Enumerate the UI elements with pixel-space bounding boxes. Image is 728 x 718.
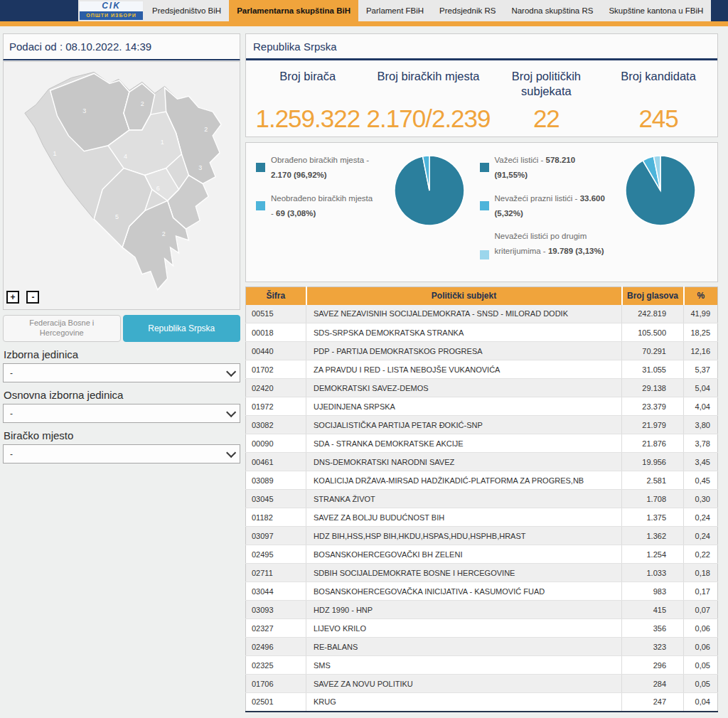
column-header-[interactable]: % <box>684 287 718 305</box>
cell-politicki-subjekt: SMS <box>306 656 622 675</box>
table-row[interactable]: 02327LIJEVO KRILO3560,06 <box>246 619 718 638</box>
nav-tab-narodna-skup-tina-rs[interactable]: Narodna skupština RS <box>503 0 601 21</box>
table-row[interactable]: 00018SDS-SRPSKA DEMOKRATSKA STRANKA105.5… <box>246 323 718 342</box>
cell-broj-glasova: 983 <box>622 582 684 601</box>
table-row[interactable]: 02711SDBIH SOCIJALDEMOKRATE BOSNE I HERC… <box>246 564 718 582</box>
entity-tab-republika-srpska[interactable]: Republika Srpska <box>123 315 241 342</box>
cell-percent: 0,24 <box>684 527 718 545</box>
pie-chart-svg <box>624 154 697 227</box>
filter-dropdown-bira-ko-mjesto[interactable]: - <box>3 444 240 464</box>
map-zoom-out-button[interactable]: - <box>26 291 39 304</box>
cell-broj-glasova: 415 <box>622 601 684 619</box>
nav-tabs: Predsjedništvo BiHParlamentarna skupštin… <box>144 0 711 21</box>
legend-color-swatch <box>480 250 489 259</box>
filter-selected-value: - <box>10 409 13 419</box>
cell-politicki-subjekt: ZA PRAVDU I RED - LISTA NEBOJŠE VUKANOVI… <box>306 360 622 379</box>
cell-broj-glasova: 105.500 <box>622 323 684 342</box>
cell-sifra: 01706 <box>246 675 306 693</box>
table-row[interactable]: 02420DEMOKRATSKI SAVEZ-DEMOS29.1385,04 <box>246 379 718 397</box>
nav-tab-parlamentarna-skup-tina-bih[interactable]: Parlamentarna skupština BiH <box>229 0 358 21</box>
column-header-broj-glasova[interactable]: Broj glasova <box>622 287 684 305</box>
cell-percent: 18,25 <box>684 323 718 342</box>
filter-label: Biračko mjesto <box>4 429 240 441</box>
pie-legend-2: Važeći listići - 578.210 (91,55%)Nevažeć… <box>480 153 606 282</box>
table-row[interactable]: 03045STRANKA ŽIVOT1.7080,30 <box>246 490 718 508</box>
legend-color-swatch <box>256 163 265 172</box>
legend-color-swatch <box>480 201 489 210</box>
filter-dropdown-osnovna-izborna-jedinica[interactable]: - <box>3 404 240 423</box>
nav-tab-predsjedni-tvo-bih[interactable]: Predsjedništvo BiH <box>144 0 229 21</box>
table-row[interactable]: 03089KOALICIJA DRŽAVA-MIRSAD HADŽIKADIĆ-… <box>246 471 718 490</box>
column-header-politi-ki-subjekt[interactable]: Politički subjekt <box>306 287 622 305</box>
entity-tab-federacija-bosne-i-hercegovine[interactable]: Federacija Bosne i Hercegovine <box>3 315 121 342</box>
bih-map[interactable]: 3 2 1 2 3 1 4 6 5 2 <box>4 62 237 306</box>
cell-politicki-subjekt: KOALICIJA DRŽAVA-MIRSAD HADŽIKADIĆ-PLATF… <box>306 471 622 490</box>
cell-politicki-subjekt: BOSANSKOHERCEGOVAČKA INICIJATIVA - KASUM… <box>306 582 622 601</box>
map-zoom-in-button[interactable]: + <box>6 291 19 304</box>
table-row[interactable]: 00440PDP - PARTIJA DEMOKRATSKOG PROGRESA… <box>246 342 718 360</box>
cell-sifra: 03082 <box>246 416 306 434</box>
cell-sifra: 02501 <box>246 693 306 712</box>
sidebar: Podaci od : 08.10.2022. 14:39 3 2 1 2 3 … <box>3 33 240 464</box>
nav-tab-predsjednik-rs[interactable]: Predsjednik RS <box>432 0 503 21</box>
nav-tab-parlament-fbih[interactable]: Parlament FBiH <box>358 0 432 21</box>
cell-sifra: 01702 <box>246 360 306 379</box>
cell-broj-glasova: 23.379 <box>622 397 684 416</box>
table-row[interactable]: 01182SAVEZ ZA BOLJU BUDUĆNOST BIH1.3750,… <box>246 508 718 527</box>
cik-logo[interactable]: CIK ОПШТИ ИЗБОРИ <box>78 0 144 21</box>
pie-chart-2 <box>611 153 711 282</box>
table-row[interactable]: 00090SDA - STRANKA DEMOKRATSKE AKCIJE21.… <box>246 434 718 453</box>
data-timestamp: Podaci od : 08.10.2022. 14:39 <box>9 41 234 53</box>
legend-item: Obrađeno biračkih mjesta - 2.170 (96,92%… <box>256 153 375 183</box>
cell-sifra: 03097 <box>246 527 306 545</box>
table-row[interactable]: 03093HDZ 1990 - HNP4150,07 <box>246 601 718 619</box>
cell-percent: 3,45 <box>684 453 718 471</box>
column-header-ifra[interactable]: Šifra <box>246 287 306 305</box>
cell-broj-glasova: 19.956 <box>622 453 684 471</box>
cell-broj-glasova: 1.708 <box>622 490 684 508</box>
cell-percent: 0,45 <box>684 471 718 490</box>
filter-dropdown-izborna-jedinica[interactable]: - <box>3 363 240 382</box>
cell-broj-glasova: 21.876 <box>622 434 684 453</box>
stat-broj-bira-a: Broj birača1.259.322 <box>249 69 367 133</box>
table-row[interactable]: 03082SOCIJALISTIČKA PARTIJA PETAR ĐOKIĆ-… <box>246 416 718 434</box>
stat-label: Broj političkih subjekata <box>491 69 603 99</box>
table-row[interactable]: 01972UJEDINJENA SRPSKA23.3794,04 <box>246 397 718 416</box>
svg-text:2: 2 <box>162 230 166 237</box>
cell-politicki-subjekt: HDZ BIH,HSS,HSP BIH,HKDU,HSPAS,HDU,HSPHB… <box>306 527 622 545</box>
legend-color-swatch <box>480 163 489 172</box>
filter-selected-value: - <box>10 449 13 459</box>
cell-sifra: 03045 <box>246 490 306 508</box>
chevron-down-icon <box>226 407 236 417</box>
svg-text:1: 1 <box>53 150 57 157</box>
legend-text: Nevažeći listići po drugim kriterijumima… <box>495 229 606 259</box>
cell-percent: 0,07 <box>684 601 718 619</box>
stat-value: 22 <box>491 105 603 133</box>
cell-politicki-subjekt: SDS-SRPSKA DEMOKRATSKA STRANKA <box>306 323 622 342</box>
table-header-row: ŠifraPolitički subjektBroj glasova% <box>246 287 718 305</box>
cell-sifra: 01182 <box>246 508 306 527</box>
table-row[interactable]: 02501KRUG2470,04 <box>246 693 718 712</box>
table-row[interactable]: 00461DNS-DEMOKRATSKI NARODNI SAVEZ19.956… <box>246 453 718 471</box>
table-row[interactable]: 01706SAVEZ ZA NOVU POLITIKU2840,05 <box>246 675 718 693</box>
map-zoom-controls: + - <box>6 290 43 304</box>
table-row[interactable]: 01702ZA PRAVDU I RED - LISTA NEBOJŠE VUK… <box>246 360 718 379</box>
nav-tab-skup-tine-kantona-u-fbih[interactable]: Skupštine kantona u FBiH <box>601 0 711 21</box>
filter-bira-ko-mjesto: Biračko mjesto- <box>3 429 240 464</box>
table-row[interactable]: 03044BOSANSKOHERCEGOVAČKA INICIJATIVA - … <box>246 582 718 601</box>
cell-broj-glasova: 247 <box>622 693 684 712</box>
table-row[interactable]: 02496RE-BALANS3230,06 <box>246 638 718 656</box>
stat-broj-politi-kih-subjekata: Broj političkih subjekata22 <box>491 69 603 133</box>
cell-sifra: 02420 <box>246 379 306 397</box>
legend-color-swatch <box>256 201 265 210</box>
cell-sifra: 02327 <box>246 619 306 638</box>
svg-text:4: 4 <box>124 153 127 160</box>
table-row[interactable]: 03097HDZ BIH,HSS,HSP BIH,HKDU,HSPAS,HDU,… <box>246 527 718 545</box>
cell-sifra: 02711 <box>246 564 306 582</box>
svg-text:1: 1 <box>161 139 164 146</box>
filter-selected-value: - <box>10 368 13 378</box>
table-row[interactable]: 02325SMS2960,05 <box>246 656 718 675</box>
svg-text:2: 2 <box>204 126 208 133</box>
table-row[interactable]: 00515SAVEZ NEZAVISNIH SOCIJALDEMOKRATA -… <box>246 305 718 323</box>
table-row[interactable]: 02495BOSANSKOHERCEGOVAČKI BH ZELENI1.254… <box>246 545 718 564</box>
